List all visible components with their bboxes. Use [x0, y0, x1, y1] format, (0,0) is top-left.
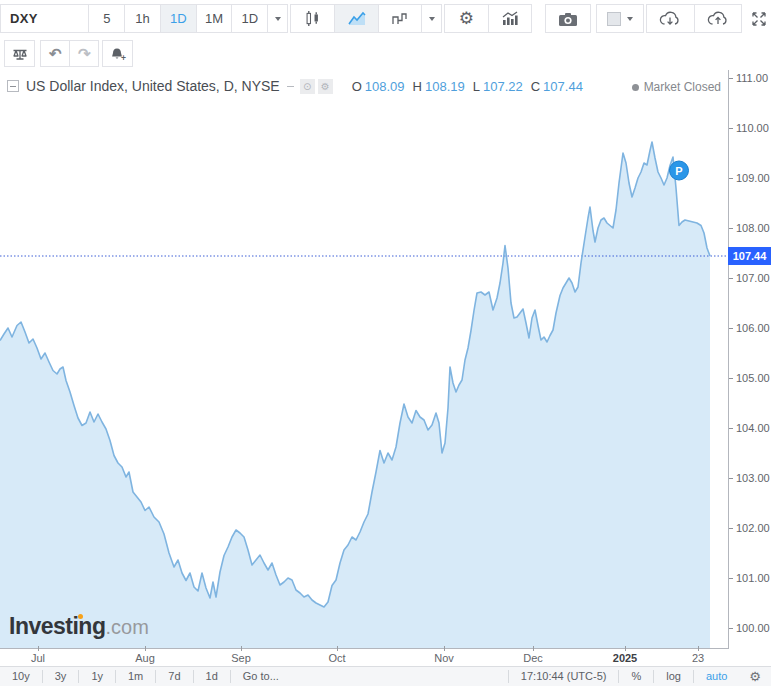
- chart-area: P US Dollar Index, United States, D, NYS…: [0, 70, 771, 666]
- clock-display[interactable]: 17:10:44 (UTC-5): [508, 670, 619, 683]
- price-axis[interactable]: 111.00110.00109.00108.00107.00106.00105.…: [728, 70, 771, 666]
- cloud-download-icon: [657, 10, 683, 28]
- fullscreen-group: [746, 4, 771, 33]
- step-line-style-button[interactable]: [378, 5, 421, 32]
- x-axis-label: Jul: [31, 652, 45, 664]
- legend-dropdown-icon[interactable]: [287, 86, 294, 87]
- x-axis-tick: [533, 646, 534, 651]
- close-value: 107.44: [543, 79, 583, 94]
- interval-button-1h[interactable]: 1h: [124, 5, 160, 32]
- brand-suffix: .com: [105, 616, 148, 638]
- compare-group: [4, 40, 35, 67]
- range-button-1m[interactable]: 1m: [116, 670, 156, 683]
- open-label: O: [352, 79, 362, 94]
- x-axis-label: Nov: [434, 652, 454, 664]
- log-scale-button[interactable]: log: [653, 670, 693, 683]
- y-axis-label: 110.00: [729, 121, 769, 135]
- percent-scale-button[interactable]: %: [618, 670, 653, 683]
- range-button-1y[interactable]: 1y: [79, 670, 116, 683]
- y-axis-label: 109.00: [729, 171, 770, 185]
- redo-button[interactable]: ↷: [69, 41, 98, 66]
- legend: US Dollar Index, United States, D, NYSE …: [7, 78, 583, 94]
- indicators-button[interactable]: [488, 5, 531, 32]
- step-line-icon: [391, 11, 409, 27]
- range-button-10y[interactable]: 10y: [0, 670, 43, 683]
- alert-group: +: [102, 40, 133, 67]
- interval-button-1d2[interactable]: 1D: [231, 5, 267, 32]
- svg-text:+: +: [121, 52, 126, 61]
- cloud-group: [646, 4, 742, 33]
- y-axis-label: 104.00: [729, 421, 770, 435]
- x-axis-tick: [337, 646, 338, 651]
- candlestick-style-button[interactable]: [291, 5, 334, 32]
- price-pane[interactable]: P US Dollar Index, United States, D, NYS…: [0, 70, 728, 648]
- high-value: 108.19: [425, 79, 465, 94]
- legend-collapse-icon[interactable]: [7, 80, 19, 92]
- bottom-settings-button[interactable]: ⚙: [739, 669, 771, 684]
- compare-button[interactable]: [5, 41, 34, 66]
- y-axis-label: 106.00: [729, 321, 770, 335]
- chart-style-group: [290, 4, 442, 33]
- alert-bell-icon: +: [109, 46, 127, 62]
- chart-widget: DXY 5 1h 1D 1M 1D: [0, 0, 771, 686]
- undo-button[interactable]: ↶: [41, 41, 69, 66]
- price-chart[interactable]: P: [0, 70, 728, 648]
- symbol-input[interactable]: DXY: [1, 5, 88, 32]
- layout-select-button[interactable]: [597, 5, 643, 32]
- interval-button-1m[interactable]: 1M: [196, 5, 232, 32]
- high-label: H: [413, 79, 422, 94]
- legend-settings-icon[interactable]: ⚙: [318, 79, 333, 94]
- range-button-7d[interactable]: 7d: [156, 670, 193, 683]
- area-style-button-selected[interactable]: [334, 5, 377, 32]
- secondary-toolbar: ↶ ↷ +: [0, 37, 771, 70]
- camera-icon: [558, 11, 578, 27]
- style-dropdown-button[interactable]: [421, 5, 441, 32]
- brand-name: Investing: [9, 613, 105, 639]
- gear-icon: ⚙: [749, 669, 761, 684]
- y-axis-label: 111.00: [729, 71, 768, 85]
- last-price-tag: 107.44: [728, 247, 771, 265]
- fullscreen-button[interactable]: [746, 4, 771, 33]
- interval-dropdown-button[interactable]: [267, 5, 287, 32]
- undo-redo-group: ↶ ↷: [40, 40, 99, 67]
- event-marker-label: P: [675, 165, 682, 177]
- legend-visibility-icon[interactable]: ⊙: [300, 79, 315, 94]
- add-alert-button[interactable]: +: [103, 41, 132, 66]
- scales-icon: [10, 46, 30, 62]
- goto-button[interactable]: Go to...: [231, 670, 291, 683]
- interval-button-5[interactable]: 5: [88, 5, 124, 32]
- range-button-3y[interactable]: 3y: [43, 670, 80, 683]
- interval-button-1d-selected[interactable]: 1D: [160, 5, 196, 32]
- low-value: 107.22: [483, 79, 523, 94]
- chevron-down-icon: [429, 17, 435, 21]
- y-axis-label: 105.00: [729, 371, 770, 385]
- bottom-toolbar: 10y 3y 1y 1m 7d 1d Go to... 17:10:44 (UT…: [0, 666, 771, 686]
- low-label: L: [473, 79, 480, 94]
- open-value: 108.09: [365, 79, 405, 94]
- x-axis-tick: [38, 646, 39, 651]
- layout-group: [596, 4, 644, 33]
- x-axis-tick: [145, 646, 146, 651]
- auto-scale-button[interactable]: auto: [693, 670, 739, 683]
- y-axis-label: 102.00: [729, 521, 770, 535]
- x-axis-label: 2025: [613, 652, 637, 664]
- candlestick-icon: [304, 10, 321, 27]
- x-axis-label: Oct: [328, 652, 345, 664]
- x-axis-label: Aug: [135, 652, 155, 664]
- market-status: Market Closed: [632, 80, 721, 94]
- x-axis-tick: [698, 646, 699, 651]
- ohlc-values: O 108.09 H 108.19 L 107.22 C 107.44: [344, 79, 583, 94]
- status-dot-icon: [632, 84, 639, 91]
- x-axis-label: Sep: [231, 652, 251, 664]
- snapshot-button[interactable]: [546, 5, 590, 32]
- settings-button[interactable]: ⚙: [445, 5, 488, 32]
- y-axis-label: 100.00: [729, 621, 770, 635]
- save-layout-button[interactable]: [694, 5, 741, 32]
- range-button-1d[interactable]: 1d: [194, 670, 231, 683]
- chevron-down-icon: [627, 17, 633, 21]
- time-axis[interactable]: JulAugSepOctNovDec202523: [0, 648, 729, 666]
- load-layout-button[interactable]: [647, 5, 694, 32]
- y-axis-label: 103.00: [729, 471, 770, 485]
- brand-dot-icon: [78, 614, 83, 619]
- fullscreen-icon: [751, 11, 767, 27]
